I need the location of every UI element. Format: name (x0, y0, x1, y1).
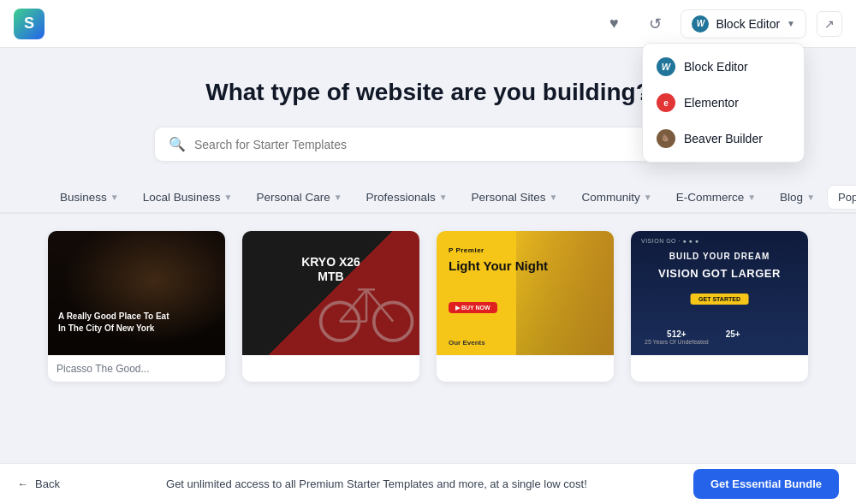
bottom-bar: ← Back Get unlimited access to all Premi… (0, 463, 856, 504)
tab-business[interactable]: Business ▼ (48, 182, 131, 214)
card-corporate-topbar: VISION GO · ● ● ● (641, 238, 698, 244)
editor-dropdown-menu: W Block Editor e Elementor 🦫 Beaver Buil… (642, 43, 805, 163)
filter-tabs: Business ▼ Local Business ▼ Personal Car… (0, 182, 856, 214)
external-link-button[interactable]: ↗ (817, 11, 842, 37)
tab-personal-sites-label: Personal Sites (472, 191, 546, 204)
search-icon: 🔍 (169, 136, 186, 152)
tab-e-commerce-chevron: ▼ (747, 193, 756, 202)
dropdown-label-block-editor: Block Editor (684, 60, 748, 74)
card-corporate-stats: 512+ 25 Years Of Undefeated 25+ (645, 329, 740, 345)
dropdown-item-beaver-builder[interactable]: 🦫 Beaver Builder (643, 121, 804, 157)
search-input[interactable] (194, 138, 687, 151)
tab-personal-sites[interactable]: Personal Sites ▼ (460, 182, 570, 214)
tab-professionals[interactable]: Professionals ▼ (354, 182, 460, 214)
tab-business-label: Business (60, 191, 107, 204)
tab-personal-care-chevron: ▼ (334, 193, 342, 202)
tab-personal-care-label: Personal Care (256, 191, 330, 204)
card-corporate-btn: GET STARTED (690, 289, 749, 305)
card-label-event (437, 355, 614, 370)
tab-personal-care[interactable]: Personal Care ▼ (244, 182, 354, 214)
tab-local-business[interactable]: Local Business ▼ (131, 182, 245, 214)
dropdown-item-elementor[interactable]: e Elementor (643, 85, 804, 121)
card-bike-silhouette (313, 256, 419, 355)
card-label-bike (242, 355, 419, 370)
card-preview-text-restaurant: A Really Good Place To EatIn The City Of… (58, 311, 169, 335)
bike-svg (313, 256, 419, 355)
tab-e-commerce[interactable]: E-Commerce ▼ (664, 182, 768, 214)
dropdown-item-block-editor[interactable]: W Block Editor (643, 49, 804, 85)
card-label-text-restaurant: Picasso The Good... (56, 363, 150, 375)
card-label-restaurant: Picasso The Good... (48, 355, 225, 382)
dropdown-label-beaver-builder: Beaver Builder (684, 132, 763, 145)
svg-line-2 (340, 289, 366, 321)
card-event-brand: P Premier (449, 246, 484, 254)
template-card-restaurant[interactable]: A Really Good Place To EatIn The City Of… (48, 231, 225, 382)
heart-icon: ♥ (609, 15, 619, 33)
promo-text: Get unlimited access to all Premium Star… (166, 477, 587, 490)
card-label-corporate (631, 355, 808, 370)
block-editor-wp-icon: W (657, 57, 675, 76)
sort-popular-button[interactable]: Popular ▼ (827, 185, 856, 210)
template-card-corporate[interactable]: VISION GO · ● ● ● BUILD YOUR DREAM VISIO… (631, 231, 808, 382)
beaver-builder-icon: 🦫 (657, 129, 675, 148)
logo-letter: S (24, 15, 34, 33)
card-preview-text-event: Light Your Night (449, 258, 548, 274)
card-preview-text-corporate: BUILD YOUR DREAM (669, 252, 770, 261)
card-event-person (516, 231, 614, 355)
card-preview-restaurant: A Really Good Place To EatIn The City Of… (48, 231, 225, 355)
app-logo: S (14, 9, 45, 39)
topbar-actions: ♥ ↺ W Block Editor ▼ ↗ (598, 9, 842, 39)
tab-community[interactable]: Community ▼ (570, 182, 664, 214)
tab-personal-sites-chevron: ▼ (550, 193, 558, 202)
elementor-icon: e (657, 93, 675, 112)
wordpress-icon: W (692, 15, 709, 33)
template-card-bike[interactable]: KRYO X26MTB (242, 231, 419, 382)
tab-business-chevron: ▼ (110, 193, 119, 202)
back-button[interactable]: ← Back (17, 477, 60, 490)
tab-professionals-chevron: ▼ (439, 193, 448, 202)
tab-e-commerce-label: E-Commerce (676, 191, 745, 204)
tab-professionals-label: Professionals (366, 191, 436, 204)
tab-local-business-chevron: ▼ (224, 193, 233, 202)
dropdown-label-elementor: Elementor (684, 96, 739, 110)
card-event-subtitle: Our Events (449, 339, 485, 347)
card-preview-event: P Premier Light Your Night ▶ BUY NOW Our… (437, 231, 614, 355)
card-preview-corporate: VISION GO · ● ● ● BUILD YOUR DREAM VISIO… (631, 231, 808, 355)
template-card-event[interactable]: P Premier Light Your Night ▶ BUY NOW Our… (437, 231, 614, 382)
template-grid: A Really Good Place To EatIn The City Of… (0, 214, 856, 399)
card-corporate-tagline: VISION GOT LARGER (658, 267, 781, 280)
card-event-btn: ▶ BUY NOW (449, 298, 497, 313)
svg-line-3 (366, 289, 393, 321)
card-preview-bike: KRYO X26MTB (242, 231, 419, 355)
tab-blog[interactable]: Blog ▼ (768, 182, 827, 214)
topbar: S ♥ ↺ W Block Editor ▼ ↗ (0, 0, 856, 48)
tab-blog-label: Blog (780, 191, 803, 204)
back-label: Back (35, 477, 60, 490)
back-arrow-icon: ← (17, 477, 28, 490)
editor-selector-button[interactable]: W Block Editor ▼ (681, 9, 806, 39)
external-link-icon: ↗ (824, 17, 835, 31)
tab-community-chevron: ▼ (644, 193, 652, 202)
tab-local-business-label: Local Business (143, 191, 221, 204)
favorites-button[interactable]: ♥ (598, 9, 629, 39)
search-bar: 🔍 (154, 127, 702, 162)
tab-blog-chevron: ▼ (806, 193, 815, 202)
tab-community-label: Community (582, 191, 640, 204)
get-bundle-button[interactable]: Get Essential Bundle (693, 469, 839, 499)
editor-label: Block Editor (716, 17, 780, 31)
chevron-down-icon: ▼ (787, 19, 795, 28)
refresh-button[interactable]: ↺ (639, 9, 670, 39)
refresh-icon: ↺ (649, 15, 662, 33)
sort-popular-label: Popular (838, 191, 856, 204)
